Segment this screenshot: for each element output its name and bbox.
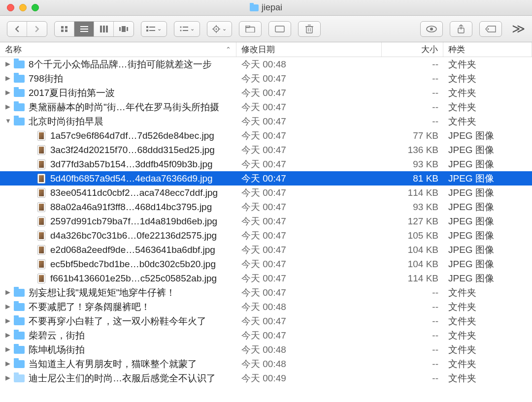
action-menu[interactable]: ⌄ <box>207 21 232 37</box>
item-kind: JPEG 图像 <box>443 158 532 171</box>
column-header-kind[interactable]: 种类 <box>443 42 532 57</box>
disclosure-triangle-icon[interactable]: ▶ <box>5 345 11 353</box>
item-name: 8个千元小众饰品品牌…街拍可能就差这一步 <box>29 58 212 71</box>
svg-point-19 <box>180 30 182 31</box>
folder-row[interactable]: ▶798街拍今天 00:47--文件夹 <box>0 71 532 86</box>
item-kind: 文件夹 <box>443 87 532 99</box>
column-headers: 名称 ⌃ 修改日期 大小 种类 <box>0 42 532 57</box>
item-date: 今天 00:47 <box>236 144 382 156</box>
svg-rect-8 <box>103 26 105 32</box>
item-kind: 文件夹 <box>443 315 532 328</box>
item-kind: 文件夹 <box>443 58 532 71</box>
new-folder-button[interactable] <box>239 21 262 37</box>
file-row[interactable]: 2597d991cb79ba7f…1d4a819bd6eb.jpg今天 00:4… <box>0 214 532 228</box>
view-gallery-button[interactable] <box>114 22 133 36</box>
column-header-date[interactable]: 修改日期 <box>236 42 382 57</box>
item-size: -- <box>382 287 443 298</box>
view-icon-button[interactable] <box>55 22 74 36</box>
item-kind: JPEG 图像 <box>443 186 532 199</box>
view-list-button[interactable] <box>74 22 94 36</box>
item-name: 88a02a46a91f3ff8…468d14bc3795.jpg <box>50 202 212 213</box>
file-row[interactable]: 5d40fb6857a9d54…4edaa76366d9.jpg今天 00:47… <box>0 171 532 186</box>
svg-rect-5 <box>80 29 88 30</box>
jpeg-icon <box>37 174 45 184</box>
disclosure-triangle-icon[interactable]: ▶ <box>5 303 11 310</box>
file-row[interactable]: 1a57c9e6f864d7df…7d526de84bec.jpg今天 00:4… <box>0 128 532 143</box>
item-name: 5d40fb6857a9d54…4edaa76366d9.jpg <box>50 173 213 184</box>
item-size: -- <box>382 359 443 370</box>
item-kind: 文件夹 <box>443 358 532 371</box>
item-date: 今天 00:47 <box>236 101 382 114</box>
finder-window: jiepai <box>0 0 532 402</box>
file-row[interactable]: 83ee05411dc0cbf2…aca748ecc7ddf.jpg今天 00:… <box>0 186 532 200</box>
disclosure-triangle-icon[interactable]: ▶ <box>5 360 11 367</box>
folder-row[interactable]: ▶奥黛丽赫本的时尚"街…年代在罗马街头所拍摄今天 00:47--文件夹 <box>0 100 532 114</box>
item-date: 今天 00:49 <box>236 372 382 385</box>
svg-rect-3 <box>65 30 67 32</box>
folder-icon <box>14 374 25 382</box>
toolbar-overflow-button[interactable]: ≫ <box>512 21 525 36</box>
folder-row[interactable]: ▶迪士尼公主们的时尚…衣服后感觉全不认识了今天 00:49--文件夹 <box>0 371 532 385</box>
file-row[interactable]: ec5bf5bedc7bd1be…b0dc302c5b20.jpg今天 00:4… <box>0 257 532 271</box>
folder-row[interactable]: ▶柴碧云，街拍今天 00:47--文件夹 <box>0 328 532 342</box>
disclosure-triangle-icon[interactable]: ▶ <box>5 103 11 110</box>
disclosure-triangle-icon[interactable]: ▶ <box>5 74 11 82</box>
jpeg-icon <box>37 131 45 141</box>
item-date: 今天 00:48 <box>236 343 382 356</box>
item-kind: JPEG 图像 <box>443 201 532 214</box>
disclosure-triangle-icon[interactable]: ▶ <box>5 60 11 67</box>
item-date: 今天 00:47 <box>236 115 382 128</box>
tags-button[interactable] <box>479 21 502 37</box>
file-row[interactable]: 88a02a46a91f3ff8…468d14bc3795.jpg今天 00:4… <box>0 200 532 214</box>
arrange-menu[interactable]: ⌄ <box>174 21 200 37</box>
column-header-size[interactable]: 大小 <box>382 42 443 57</box>
jpeg-icon <box>37 231 45 241</box>
minimize-button[interactable] <box>19 4 27 11</box>
item-name: 陈坤机场街拍 <box>29 343 85 356</box>
share-button[interactable] <box>450 21 472 37</box>
item-name: 2597d991cb79ba7f…1d4a819bd6eb.jpg <box>50 216 217 227</box>
item-name: d4a326bc70c31b6…0fe22136d2575.jpg <box>50 230 217 241</box>
disclosure-triangle-icon[interactable]: ▶ <box>5 374 11 381</box>
item-size: -- <box>382 73 443 84</box>
item-date: 今天 00:47 <box>236 286 382 299</box>
view-column-button[interactable] <box>94 22 114 36</box>
file-row[interactable]: e2d068a2eedf9de…5463641ba6dbf.jpg今天 00:4… <box>0 243 532 257</box>
folder-row[interactable]: ▶8个千元小众饰品品牌…街拍可能就差这一步今天 00:48--文件夹 <box>0 57 532 71</box>
forward-button[interactable] <box>27 22 47 36</box>
item-date: 今天 00:47 <box>236 129 382 142</box>
group-by-menu[interactable]: ⌄ <box>141 21 167 37</box>
back-button[interactable] <box>7 22 27 36</box>
item-kind: JPEG 图像 <box>443 258 532 271</box>
quicklook-button[interactable] <box>420 21 443 37</box>
file-list[interactable]: ▶8个千元小众饰品品牌…街拍可能就差这一步今天 00:48--文件夹▶798街拍… <box>0 57 532 402</box>
item-size: -- <box>382 102 443 113</box>
item-date: 今天 00:47 <box>236 329 382 342</box>
svg-rect-30 <box>306 27 312 33</box>
zoom-button[interactable] <box>32 4 39 11</box>
disclosure-triangle-icon[interactable]: ▼ <box>5 117 11 124</box>
file-row[interactable]: 3d77fd3ab57b154…3ddfb45f09b3b.jpg今天 00:4… <box>0 157 532 171</box>
open-button[interactable] <box>268 21 291 37</box>
folder-row[interactable]: ▶陈坤机场街拍今天 00:48--文件夹 <box>0 342 532 357</box>
disclosure-triangle-icon[interactable]: ▶ <box>5 288 11 296</box>
folder-icon <box>14 317 25 325</box>
file-row[interactable]: 3ac3f24d20215f70…68ddd315ed25.jpg今天 00:4… <box>0 143 532 157</box>
folder-row[interactable]: ▶别妄想让我"规规矩矩"地穿牛仔裤！今天 00:47--文件夹 <box>0 285 532 300</box>
file-row[interactable]: d4a326bc70c31b6…0fe22136d2575.jpg今天 00:4… <box>0 228 532 243</box>
file-row[interactable]: f661b4136601e25b…c525c05852ab.jpg今天 00:4… <box>0 271 532 285</box>
trash-button[interactable] <box>298 21 321 37</box>
folder-row[interactable]: ▼北京时尚街拍早晨今天 00:47--文件夹 <box>0 114 532 128</box>
item-size: -- <box>382 344 443 355</box>
close-button[interactable] <box>7 4 14 11</box>
folder-row[interactable]: ▶不要减肥了！穿条阔腿裤吧！今天 00:48--文件夹 <box>0 300 532 314</box>
item-name: f661b4136601e25b…c525c05852ab.jpg <box>50 273 217 284</box>
folder-row[interactable]: ▶当知道主人有男朋友时，猫咪整个就蒙了今天 00:48--文件夹 <box>0 357 532 371</box>
column-header-name[interactable]: 名称 ⌃ <box>0 42 236 57</box>
disclosure-triangle-icon[interactable]: ▶ <box>5 89 11 96</box>
folder-row[interactable]: ▶不要再穿小白鞋了，这一双小粉鞋今年火了今天 00:47--文件夹 <box>0 314 532 328</box>
svg-rect-16 <box>149 30 155 31</box>
disclosure-triangle-icon[interactable]: ▶ <box>5 317 11 324</box>
disclosure-triangle-icon[interactable]: ▶ <box>5 331 11 339</box>
folder-row[interactable]: ▶2017夏日街拍第一波今天 00:47--文件夹 <box>0 86 532 100</box>
